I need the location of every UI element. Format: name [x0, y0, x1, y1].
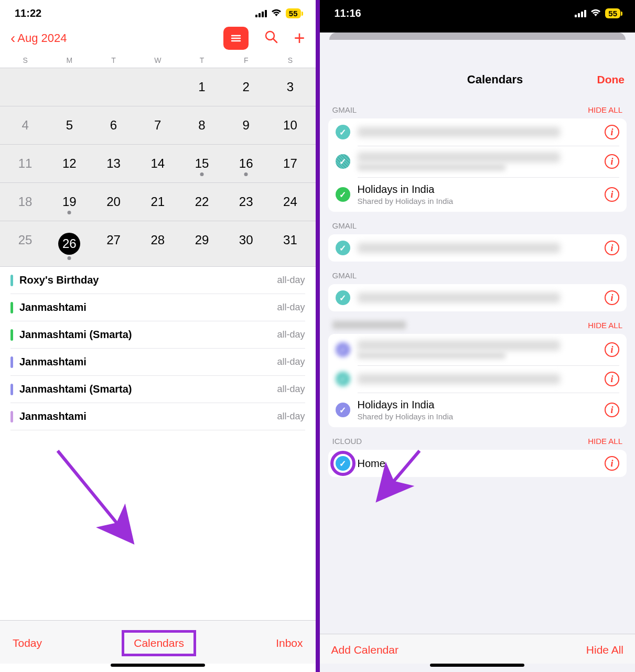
- info-icon[interactable]: i: [605, 241, 619, 255]
- date-cell[interactable]: 23: [224, 183, 268, 221]
- event-row[interactable]: Janmashtamiall-day: [10, 403, 305, 430]
- list-view-button[interactable]: [223, 27, 249, 50]
- search-button[interactable]: [264, 30, 278, 47]
- event-row[interactable]: Janmashtamiall-day: [10, 294, 305, 321]
- date-cell[interactable]: 27: [91, 221, 135, 266]
- add-calendar-button[interactable]: Add Calendar: [331, 644, 399, 656]
- date-cell[interactable]: 14: [136, 145, 180, 182]
- date-cell[interactable]: 3: [268, 68, 312, 106]
- date-cell[interactable]: [47, 68, 91, 106]
- calendar-item-text: Home: [358, 458, 605, 470]
- date-cell[interactable]: 7: [136, 106, 180, 144]
- calendar-item[interactable]: ✓i: [328, 118, 627, 146]
- date-cell[interactable]: 6: [91, 106, 135, 144]
- calendar-item[interactable]: ✓i: [328, 365, 627, 393]
- inbox-button[interactable]: Inbox: [276, 637, 303, 649]
- info-icon[interactable]: i: [605, 403, 619, 417]
- date-cell[interactable]: 2: [224, 68, 268, 106]
- weekday-row: SMTWTFS: [0, 56, 316, 68]
- date-cell[interactable]: 8: [180, 106, 224, 144]
- date-cell[interactable]: 16: [224, 145, 268, 182]
- date-cell[interactable]: 1: [180, 68, 224, 106]
- event-row[interactable]: Janmashtamiall-day: [10, 349, 305, 376]
- date-cell[interactable]: [91, 68, 135, 106]
- date-cell[interactable]: [3, 68, 47, 106]
- calendar-checkbox[interactable]: ✓: [336, 403, 350, 417]
- calendar-checkbox[interactable]: ✓: [336, 290, 350, 305]
- hide-all-link[interactable]: HIDE ALL: [588, 321, 622, 330]
- date-cell[interactable]: 18: [3, 183, 47, 221]
- hide-all-link[interactable]: HIDE ALL: [588, 105, 622, 114]
- date-cell[interactable]: 9: [224, 106, 268, 144]
- calendar-item[interactable]: ✓Homei: [328, 450, 627, 477]
- status-time: 11:16: [335, 7, 361, 19]
- date-cell[interactable]: 21: [136, 183, 180, 221]
- calendar-item-text: [358, 292, 605, 303]
- section-header: GMAILHIDE ALL: [320, 96, 636, 118]
- info-icon[interactable]: i: [605, 154, 619, 169]
- date-cell[interactable]: 4: [3, 106, 47, 144]
- date-cell[interactable]: 12: [47, 145, 91, 182]
- date-cell[interactable]: 10: [268, 106, 312, 144]
- calendar-item[interactable]: ✓Holidays in IndiaShared by Holidays in …: [328, 177, 627, 212]
- calendar-item[interactable]: ✓i: [328, 284, 627, 311]
- done-button[interactable]: Done: [597, 73, 625, 86]
- date-cell[interactable]: 22: [180, 183, 224, 221]
- info-icon[interactable]: i: [605, 187, 619, 202]
- status-bar: 11:16 55: [320, 0, 636, 24]
- battery-indicator: 55: [286, 8, 301, 18]
- date-cell[interactable]: 11: [3, 145, 47, 182]
- date-cell[interactable]: 20: [91, 183, 135, 221]
- hide-all-button[interactable]: Hide All: [586, 644, 623, 656]
- today-button[interactable]: Today: [13, 637, 42, 649]
- event-row[interactable]: Janmashtami (Smarta)all-day: [10, 321, 305, 349]
- calendar-checkbox[interactable]: ✓: [336, 372, 350, 386]
- date-cell[interactable]: 31: [268, 221, 312, 266]
- calendar-item[interactable]: ✓i: [328, 234, 627, 262]
- event-row[interactable]: Janmashtami (Smarta)all-day: [10, 376, 305, 403]
- wifi-icon: [271, 9, 282, 18]
- calendar-checkbox[interactable]: ✓: [336, 125, 350, 139]
- weekday-label: F: [224, 56, 268, 64]
- date-cell[interactable]: 29: [180, 221, 224, 266]
- info-icon[interactable]: i: [605, 456, 619, 471]
- home-indicator[interactable]: [111, 664, 205, 667]
- date-cell[interactable]: 26: [47, 221, 91, 266]
- info-icon[interactable]: i: [605, 372, 619, 386]
- date-cell[interactable]: 15: [180, 145, 224, 182]
- back-button[interactable]: ‹ Aug 2024: [10, 30, 67, 47]
- info-icon[interactable]: i: [605, 290, 619, 305]
- event-row[interactable]: Roxy's Birthdayall-day: [10, 267, 305, 294]
- status-bar: 11:22 55: [0, 0, 316, 24]
- info-icon[interactable]: i: [605, 342, 619, 357]
- date-cell[interactable]: 17: [268, 145, 312, 182]
- calendar-checkbox[interactable]: ✓: [336, 241, 350, 255]
- calendar-checkbox[interactable]: ✓: [336, 187, 350, 202]
- date-cell[interactable]: 13: [91, 145, 135, 182]
- add-button[interactable]: +: [294, 27, 305, 49]
- date-cell[interactable]: 25: [3, 221, 47, 266]
- date-cell[interactable]: [136, 68, 180, 106]
- event-color-bar: [10, 411, 13, 422]
- hide-all-link[interactable]: HIDE ALL: [588, 437, 622, 446]
- event-time: all-day: [277, 411, 305, 422]
- calendar-name: Holidays in India: [358, 399, 605, 411]
- calendar-name: Home: [358, 458, 605, 470]
- date-cell[interactable]: 19: [47, 183, 91, 221]
- date-cell[interactable]: 24: [268, 183, 312, 221]
- modal-title: Calendars: [362, 73, 629, 86]
- calendar-item[interactable]: ✓Holidays in IndiaShared by Holidays in …: [328, 393, 627, 427]
- date-cell[interactable]: 5: [47, 106, 91, 144]
- info-icon[interactable]: i: [605, 125, 619, 139]
- weekday-label: W: [136, 56, 180, 64]
- date-cell[interactable]: 28: [136, 221, 180, 266]
- date-cell[interactable]: 30: [224, 221, 268, 266]
- calendars-button[interactable]: Calendars: [122, 630, 196, 656]
- calendar-checkbox[interactable]: ✓: [336, 154, 350, 169]
- calendar-item[interactable]: ✓i: [328, 146, 627, 177]
- calendar-checkbox[interactable]: ✓: [336, 342, 350, 357]
- calendar-item[interactable]: ✓i: [328, 334, 627, 365]
- section-body: ✓i✓i✓Holidays in IndiaShared by Holidays…: [328, 118, 627, 212]
- home-indicator[interactable]: [430, 664, 524, 667]
- calendar-checkbox[interactable]: ✓: [336, 456, 350, 471]
